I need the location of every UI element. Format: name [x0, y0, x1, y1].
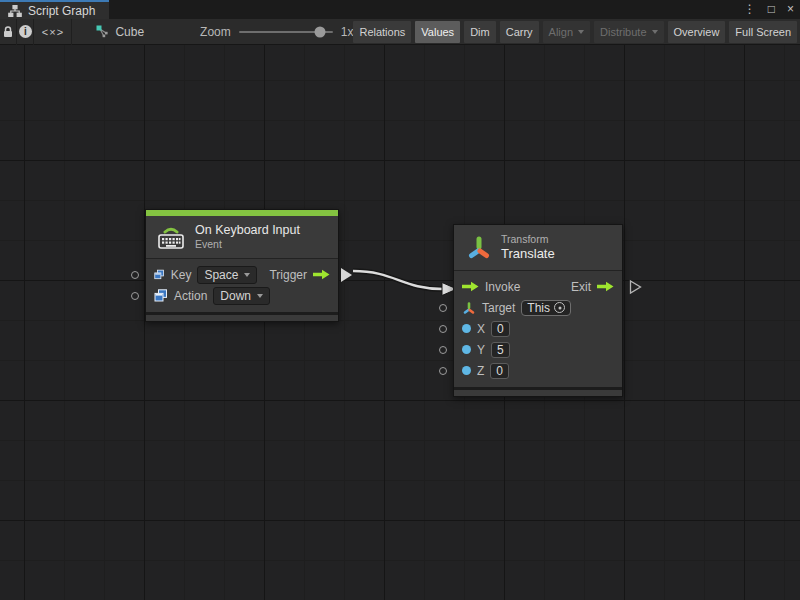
exit-output-port[interactable] — [629, 279, 642, 294]
button-label: Dim — [470, 26, 490, 38]
graph-name-label: Cube — [115, 25, 144, 39]
info-button[interactable] — [17, 19, 34, 45]
target-value: This — [527, 301, 550, 315]
event-node-titles: On Keyboard Input Event — [195, 223, 300, 251]
y-input-port[interactable] — [439, 346, 447, 354]
button-label: Distribute — [600, 26, 646, 38]
invoke-flow-arrow-icon — [462, 281, 479, 292]
carry-button[interactable]: Carry — [500, 21, 539, 43]
key-input-port[interactable] — [131, 271, 139, 279]
menu-icon[interactable]: ⋮ — [744, 0, 756, 19]
x-input-port[interactable] — [439, 325, 447, 333]
target-row: Target This — [454, 297, 622, 318]
invoke-label: Invoke — [485, 280, 520, 294]
z-row: Z 0 — [454, 360, 622, 381]
chevron-down-icon — [652, 30, 658, 34]
action-dropdown-value: Down — [220, 289, 251, 303]
button-label: Align — [549, 26, 573, 38]
lock-icon — [2, 25, 14, 38]
event-node-footer — [146, 312, 338, 321]
distribute-button[interactable]: Distribute — [594, 21, 663, 43]
y-label: Y — [477, 343, 485, 357]
graph-toolbar: <×> Cube Zoom 1x Relations Values — [0, 19, 800, 45]
exit-flow-arrow-icon — [597, 281, 614, 292]
zoom-value: 1x — [341, 25, 354, 39]
toolbar-buttons: Relations Values Dim Carry Align Distrib… — [353, 21, 800, 43]
trigger-output-port[interactable] — [341, 268, 352, 282]
enum-type-icon — [154, 268, 165, 281]
tab-script-graph[interactable]: Script Graph — [0, 0, 109, 19]
translate-node-footer — [454, 387, 622, 396]
zoom-slider[interactable] — [239, 31, 333, 33]
script-graph-window: Script Graph ⋮ □ × <×> — [0, 0, 800, 600]
graph-reference[interactable]: Cube — [96, 25, 144, 39]
self-target-icon — [554, 302, 565, 313]
button-label: Carry — [506, 26, 533, 38]
zoom-control: Zoom 1x — [200, 25, 353, 39]
dim-button[interactable]: Dim — [464, 21, 496, 43]
align-button[interactable]: Align — [543, 21, 590, 43]
on-keyboard-input-node[interactable]: On Keyboard Input Event Key Space — [145, 209, 339, 322]
tab-title: Script Graph — [28, 4, 95, 18]
translate-node-body: Invoke Exit — [454, 271, 622, 387]
trigger-to-invoke-wire[interactable] — [353, 271, 443, 289]
wire-outline — [353, 271, 443, 289]
chevron-down-icon — [257, 294, 263, 298]
values-button[interactable]: Values — [415, 21, 460, 43]
info-icon — [19, 25, 32, 38]
enum-type-icon — [154, 289, 168, 302]
exit-label: Exit — [571, 280, 591, 294]
x-row: X 0 — [454, 318, 622, 339]
window-controls: ⋮ □ × — [744, 0, 794, 19]
target-label: Target — [482, 301, 515, 315]
z-label: Z — [477, 364, 484, 378]
y-row: Y 5 — [454, 339, 622, 360]
overview-button[interactable]: Overview — [668, 21, 726, 43]
action-row: Action Down — [146, 285, 338, 306]
lock-button[interactable] — [0, 19, 17, 45]
transform-type-icon — [462, 301, 476, 315]
keyboard-event-icon — [156, 225, 186, 250]
chevron-down-icon — [244, 273, 250, 277]
key-dropdown-value: Space — [204, 268, 238, 282]
trigger-label: Trigger — [269, 268, 307, 282]
button-label: Values — [421, 26, 454, 38]
z-input-port[interactable] — [439, 367, 447, 375]
x-value-field[interactable]: 0 — [491, 321, 510, 337]
x-value: 0 — [497, 322, 504, 336]
fullscreen-button[interactable]: Full Screen — [729, 21, 797, 43]
wire-layer — [0, 45, 800, 600]
key-row: Key Space Trigger — [146, 264, 338, 285]
maximize-icon[interactable]: □ — [768, 0, 775, 19]
action-input-port[interactable] — [131, 292, 139, 300]
float-type-icon — [462, 324, 471, 333]
code-preview-button[interactable]: <×> — [34, 19, 72, 45]
zoom-slider-handle[interactable] — [314, 26, 325, 37]
graph-canvas[interactable]: On Keyboard Input Event Key Space — [0, 45, 800, 600]
zoom-label: Zoom — [200, 25, 231, 39]
relations-button[interactable]: Relations — [353, 21, 411, 43]
event-node-header[interactable]: On Keyboard Input Event — [146, 216, 338, 259]
close-icon[interactable]: × — [787, 0, 794, 19]
key-dropdown[interactable]: Space — [197, 266, 257, 284]
translate-node[interactable]: Transform Translate Invoke Exit — [453, 224, 623, 397]
invoke-row: Invoke Exit — [454, 276, 622, 297]
y-value: 5 — [497, 343, 504, 357]
event-node-body: Key Space Trigger — [146, 259, 338, 312]
y-value-field[interactable]: 5 — [491, 342, 510, 358]
transform-icon — [466, 234, 492, 261]
translate-node-titles: Transform Translate — [501, 233, 555, 262]
float-type-icon — [462, 366, 471, 375]
action-dropdown[interactable]: Down — [213, 287, 270, 305]
z-value-field[interactable]: 0 — [490, 363, 509, 379]
trigger-flow-arrow-icon — [313, 269, 330, 280]
target-input-port[interactable] — [439, 304, 447, 312]
code-icon: <×> — [42, 26, 64, 38]
target-value-chip[interactable]: This — [521, 300, 571, 316]
tab-bar: Script Graph ⋮ □ × — [0, 0, 800, 19]
translate-node-header[interactable]: Transform Translate — [454, 225, 622, 271]
float-type-icon — [462, 345, 471, 354]
node-title: On Keyboard Input — [195, 223, 300, 238]
button-label: Overview — [674, 26, 720, 38]
node-category: Transform — [501, 233, 555, 246]
